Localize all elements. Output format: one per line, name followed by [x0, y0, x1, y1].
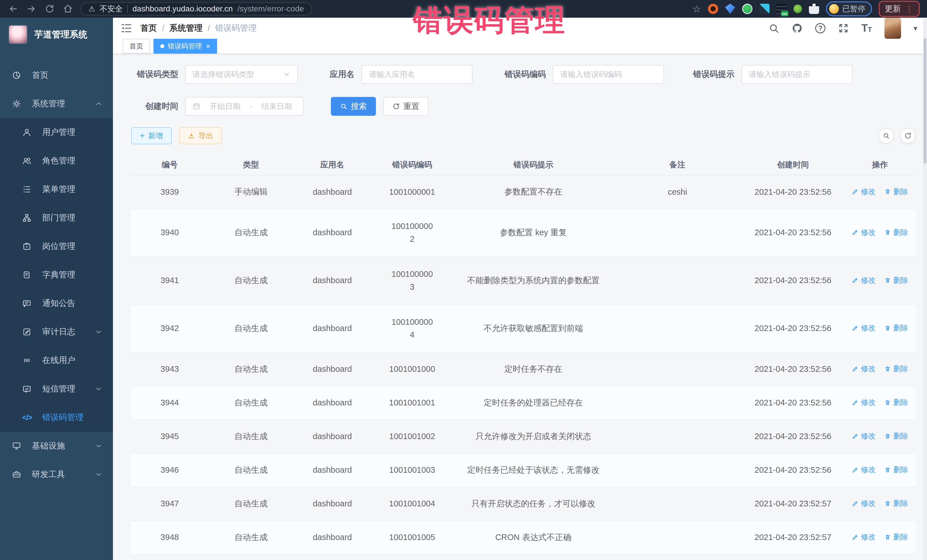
- delete-link[interactable]: 删除: [884, 532, 908, 542]
- col-header-time: 创建时间: [742, 155, 844, 175]
- sidebar-item-role-management[interactable]: 角色管理: [0, 147, 113, 175]
- edit-link[interactable]: 修改: [852, 498, 876, 508]
- sidebar-item-dev-tools[interactable]: 研发工具: [0, 460, 113, 489]
- profile-paused-pill[interactable]: 已暂停: [826, 2, 872, 16]
- breadcrumb-home[interactable]: 首页: [140, 23, 157, 34]
- back-icon[interactable]: [8, 3, 19, 15]
- export-button[interactable]: 导出: [179, 127, 222, 144]
- address-bar[interactable]: ⚠ 不安全 dashboard.yudao.iocoder.cn/system/…: [81, 2, 312, 15]
- edit-link[interactable]: 修改: [852, 228, 876, 238]
- tab-error-code-management[interactable]: 错误码管理 ×: [153, 39, 217, 54]
- table-cell: 自动生成: [208, 256, 294, 305]
- add-button[interactable]: + 新增: [131, 127, 172, 144]
- show-search-toggle-button[interactable]: [878, 128, 894, 143]
- table-cell: 自动生成: [208, 352, 294, 386]
- menu-list-icon: [22, 185, 34, 194]
- emoji-avatar: [829, 4, 839, 14]
- sidebar-toggle-icon[interactable]: [120, 22, 132, 34]
- table-cell: [613, 420, 742, 453]
- edit-link[interactable]: 修改: [852, 398, 876, 407]
- sidebar-item-system-management[interactable]: 系统管理: [0, 90, 113, 118]
- reload-icon[interactable]: [44, 3, 55, 15]
- delete-link[interactable]: 删除: [884, 465, 908, 475]
- sidebar-item-error-code-management[interactable]: </>错误码管理: [0, 403, 113, 432]
- sidebar-logo-row[interactable]: 芋道管理系统: [0, 18, 113, 51]
- table-cell: 手动编辑: [208, 175, 294, 209]
- not-secure-warning-icon: ⚠: [88, 5, 95, 14]
- sidebar-item-online-users[interactable]: 在线用户: [0, 346, 113, 375]
- error-hint-input[interactable]: 请输入错误码提示: [741, 65, 853, 84]
- tab-home[interactable]: 首页: [123, 39, 150, 54]
- update-button[interactable]: 更新 ⋮: [879, 1, 919, 17]
- table-cell: 修改删除: [844, 256, 916, 305]
- breadcrumb-system[interactable]: 系统管理: [169, 23, 202, 34]
- table-cell: 只有开启状态的任务，才可以修改: [453, 487, 613, 521]
- table-cell: ceshi: [613, 175, 742, 209]
- sidebar-item-post-management[interactable]: 岗位管理: [0, 232, 113, 261]
- col-header-memo: 备注: [613, 155, 742, 175]
- search-button[interactable]: 搜索: [331, 97, 376, 116]
- extension-icon-green-plug[interactable]: [793, 5, 802, 13]
- font-size-icon[interactable]: TT: [862, 23, 872, 33]
- error-code-input[interactable]: 请输入错误码编码: [553, 65, 664, 84]
- delete-link[interactable]: 删除: [884, 498, 908, 508]
- delete-link[interactable]: 删除: [884, 323, 908, 333]
- edit-link[interactable]: 修改: [852, 465, 876, 475]
- fullscreen-icon[interactable]: [838, 23, 849, 33]
- col-header-code: 错误码编码: [371, 155, 453, 175]
- col-header-actions: 操作: [844, 155, 916, 175]
- forward-icon[interactable]: [26, 3, 37, 15]
- extension-icon-blue-gem[interactable]: [725, 4, 736, 14]
- chevron-down-icon[interactable]: ▾: [913, 24, 917, 33]
- extension-icon-puzzle[interactable]: [809, 4, 819, 14]
- help-icon[interactable]: ?: [815, 23, 825, 33]
- bookmark-star-icon[interactable]: ☆: [693, 3, 701, 15]
- edit-link[interactable]: 修改: [852, 364, 876, 374]
- sidebar-item-home[interactable]: 首页: [0, 61, 113, 90]
- date-range-picker[interactable]: 开始日期 - 结束日期: [185, 97, 304, 116]
- extension-icon-dark-list[interactable]: on: [777, 4, 787, 14]
- delete-link[interactable]: 删除: [884, 364, 908, 374]
- browser-menu-icon[interactable]: ⋮: [905, 4, 913, 14]
- extension-icon-grid[interactable]: [759, 4, 769, 14]
- delete-link[interactable]: 删除: [884, 275, 908, 285]
- delete-link[interactable]: 删除: [884, 228, 908, 238]
- sidebar-item-menu-management[interactable]: 菜单管理: [0, 175, 113, 203]
- start-date-placeholder: 开始日期: [206, 101, 245, 111]
- code-icon: </>: [22, 413, 34, 422]
- app-name-input[interactable]: 请输入应用名: [362, 65, 473, 84]
- reset-button[interactable]: 重置: [383, 97, 429, 116]
- sidebar-item-notice-announcement[interactable]: 通知公告: [0, 289, 113, 318]
- window-scrollbar-track[interactable]: [923, 18, 927, 560]
- sidebar-item-dict-management[interactable]: 字典管理: [0, 261, 113, 289]
- edit-link[interactable]: 修改: [852, 323, 876, 333]
- sidebar-item-user-management[interactable]: 用户管理: [0, 118, 113, 147]
- extension-icon-green-v[interactable]: [742, 4, 752, 14]
- window-scrollbar-thumb[interactable]: [924, 38, 926, 164]
- extension-icon-orange[interactable]: [708, 4, 718, 14]
- edit-link[interactable]: 修改: [852, 532, 876, 542]
- edit-link[interactable]: 修改: [852, 431, 876, 441]
- error-type-select[interactable]: 请选择错误码类型: [185, 65, 298, 84]
- sidebar-item-infrastructure[interactable]: 基础设施: [0, 432, 113, 460]
- error-code-table: 编号 类型 应用名 错误码编码 错误码提示 备注 创建时间 操作 3939手动编…: [131, 155, 916, 555]
- table-cell: [613, 453, 742, 487]
- refresh-table-button[interactable]: [900, 128, 916, 143]
- user-avatar[interactable]: [884, 18, 901, 39]
- github-icon[interactable]: [792, 23, 802, 33]
- chevron-down-icon: [95, 328, 103, 336]
- delete-link[interactable]: 删除: [884, 187, 908, 197]
- edit-link[interactable]: 修改: [852, 187, 876, 197]
- delete-link[interactable]: 删除: [884, 431, 908, 441]
- table-cell: 自动生成: [208, 487, 294, 521]
- search-icon[interactable]: [768, 23, 779, 33]
- tags-view-bar: 首页 错误码管理 ×: [113, 39, 927, 54]
- sidebar-item-audit-log[interactable]: 审计日志: [0, 318, 113, 346]
- delete-link[interactable]: 删除: [884, 398, 908, 407]
- close-icon[interactable]: ×: [206, 42, 210, 51]
- sidebar-item-dept-management[interactable]: 部门管理: [0, 203, 113, 232]
- home-icon[interactable]: [62, 3, 74, 15]
- table-cell: 只允许修改为开启或者关闭状态: [453, 420, 613, 453]
- sidebar-item-sms-management[interactable]: 短信管理: [0, 375, 113, 403]
- edit-link[interactable]: 修改: [852, 275, 876, 285]
